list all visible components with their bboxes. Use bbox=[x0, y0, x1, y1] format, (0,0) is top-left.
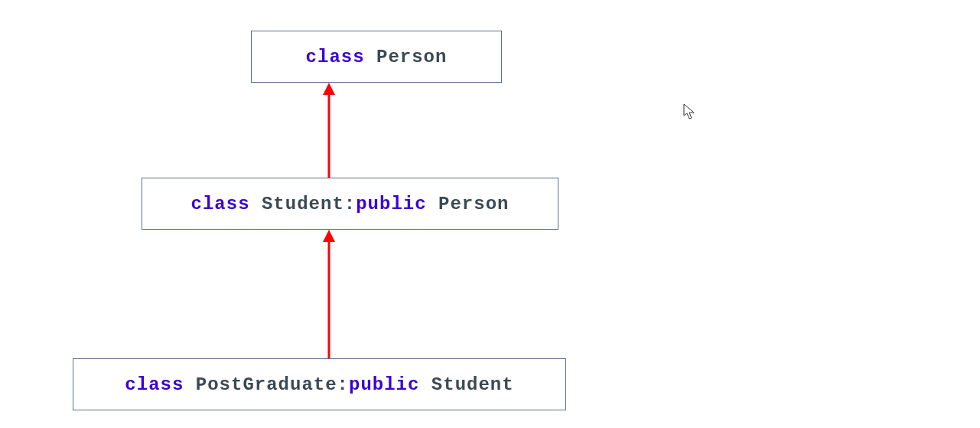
class-box-student: class Student:public Person bbox=[142, 178, 558, 230]
class-name-person: Person bbox=[376, 47, 447, 67]
class-name-student: Student bbox=[262, 194, 344, 214]
arrow-student-postgraduate bbox=[321, 230, 337, 358]
class-box-person: class Person bbox=[251, 31, 502, 83]
svg-marker-1 bbox=[323, 83, 335, 95]
base-class-student: Person bbox=[438, 194, 509, 214]
keyword-public: public bbox=[349, 374, 419, 395]
class-name-postgraduate: PostGraduate bbox=[196, 374, 337, 395]
cursor-icon bbox=[683, 103, 697, 120]
keyword-class: class bbox=[306, 47, 365, 67]
arrow-person-student bbox=[321, 83, 337, 178]
keyword-class: class bbox=[125, 374, 184, 395]
keyword-class: class bbox=[191, 194, 250, 214]
inheritance-colon: : bbox=[344, 194, 356, 214]
class-box-postgraduate: class PostGraduate:public Student bbox=[73, 358, 566, 410]
svg-marker-3 bbox=[323, 230, 335, 242]
keyword-public: public bbox=[356, 194, 426, 214]
inheritance-colon: : bbox=[337, 374, 349, 395]
base-class-postgraduate: Student bbox=[431, 374, 514, 395]
